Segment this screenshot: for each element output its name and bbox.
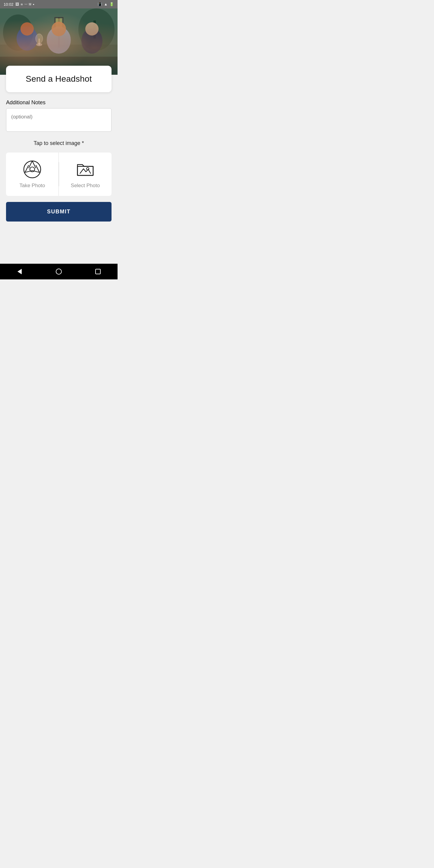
status-notification-icons: 🖼 ≋ 〰 M ● <box>16 2 34 6</box>
gmail-icon: M <box>29 3 31 6</box>
svg-rect-0 <box>0 8 118 75</box>
gallery-icon <box>76 160 95 179</box>
svg-rect-1 <box>0 8 118 44</box>
svg-rect-15 <box>38 38 40 45</box>
tap-label: Tap to select image * <box>6 140 112 147</box>
back-button[interactable] <box>14 266 25 277</box>
svg-point-29 <box>56 269 61 274</box>
title-card: Send a Headshot <box>6 66 112 92</box>
svg-point-12 <box>82 28 102 54</box>
svg-rect-4 <box>93 21 96 38</box>
image-selection-area: Tap to select image * Take Photo <box>6 140 112 196</box>
svg-marker-28 <box>18 269 22 274</box>
svg-rect-30 <box>96 269 100 274</box>
dot-icon: ● <box>33 3 34 6</box>
back-icon <box>16 268 23 275</box>
recents-icon <box>95 269 101 275</box>
recents-button[interactable] <box>93 266 103 277</box>
svg-point-13 <box>85 22 98 36</box>
wifi-icon: ▲ <box>104 2 107 6</box>
svg-point-14 <box>36 43 42 46</box>
svg-point-10 <box>47 27 71 54</box>
signal-icon: 〰 <box>24 3 27 6</box>
photo-icon: 🖼 <box>16 2 19 6</box>
landscape-icon: ≋ <box>21 3 23 6</box>
vibrate-icon: 📳 <box>98 2 102 6</box>
bottom-nav <box>0 264 118 279</box>
svg-point-9 <box>21 22 34 36</box>
page-title: Send a Headshot <box>13 74 104 84</box>
svg-point-11 <box>52 22 66 36</box>
hero-image <box>0 8 118 75</box>
form-area: Additional Notes Tap to select image * T <box>0 92 118 227</box>
status-system-icons: 📳 ▲ 🔋 <box>98 2 114 6</box>
notes-input[interactable] <box>6 108 112 132</box>
svg-rect-5 <box>58 18 60 48</box>
take-photo-label: Take Photo <box>19 183 45 189</box>
submit-button[interactable]: SUBMIT <box>6 202 112 221</box>
select-photo-option[interactable]: Select Photo <box>59 153 112 196</box>
hero-scene-svg <box>0 8 118 75</box>
svg-rect-6 <box>55 18 63 30</box>
home-icon <box>56 268 62 275</box>
svg-point-8 <box>17 27 38 51</box>
svg-rect-7 <box>56 19 62 29</box>
battery-icon: 🔋 <box>110 2 114 6</box>
camera-icon <box>23 160 42 179</box>
take-photo-option[interactable]: Take Photo <box>6 153 59 196</box>
additional-notes-label: Additional Notes <box>6 99 112 106</box>
home-button[interactable] <box>53 266 64 277</box>
select-photo-label: Select Photo <box>71 183 100 189</box>
image-options-container: Take Photo Select Photo <box>6 153 112 196</box>
svg-point-2 <box>3 14 33 51</box>
svg-point-16 <box>36 34 43 43</box>
svg-point-25 <box>30 167 35 172</box>
status-bar: 10:02 🖼 ≋ 〰 M ● 📳 ▲ 🔋 <box>0 0 118 8</box>
status-time-area: 10:02 🖼 ≋ 〰 M ● <box>4 2 34 7</box>
time-display: 10:02 <box>4 2 13 7</box>
svg-point-3 <box>79 8 115 51</box>
